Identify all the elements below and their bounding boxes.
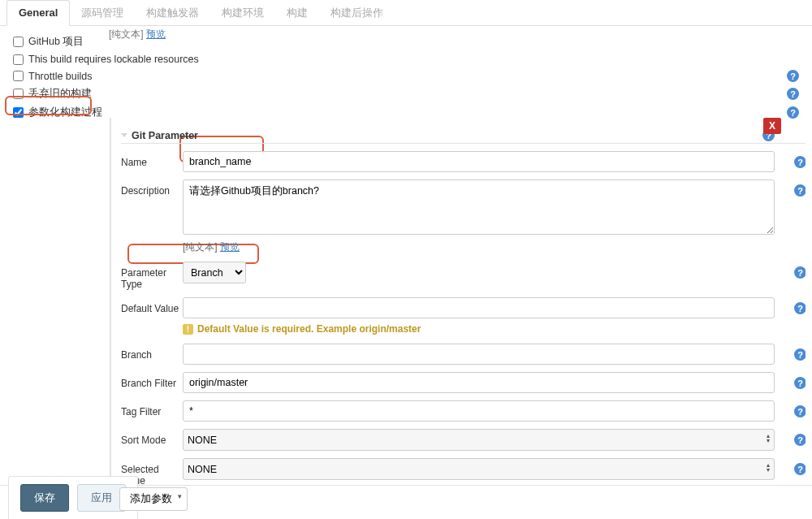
config-tabs: General 源码管理 构建触发器 构建环境 构建 构建后操作 (0, 0, 812, 26)
parameter-panel: X Git Parameter ? Name ? Description 请选择… (110, 118, 806, 485)
tag-filter-label: Tag Filter (121, 400, 183, 417)
help-icon[interactable]: ? (794, 405, 806, 417)
tag-filter-input[interactable] (183, 400, 775, 422)
paramtype-label: Parameter Type (121, 262, 183, 290)
validation-message: ! Default Value is required. Example ori… (183, 323, 775, 335)
row-branch-filter: Branch Filter ? (121, 372, 806, 393)
preview-link[interactable]: 预览 (220, 241, 240, 253)
paramtype-select[interactable]: Branch (183, 262, 246, 283)
tab-env[interactable]: 构建环境 (210, 0, 275, 25)
sort-mode-label: Sort Mode (121, 429, 183, 446)
row-branch: Branch ? (121, 344, 806, 365)
default-value-input[interactable] (183, 297, 775, 318)
opt-throttle-checkbox[interactable] (13, 71, 24, 81)
opt-throttle[interactable]: Throttle builds ? (8, 67, 804, 84)
help-icon[interactable]: ? (794, 156, 806, 168)
help-icon[interactable]: ? (794, 184, 806, 197)
opt-label: Throttle builds (28, 71, 93, 82)
row-description: Description 请选择Github项目的branch? [纯文本] 预览… (121, 179, 806, 254)
description-input[interactable]: 请选择Github项目的branch? (183, 179, 775, 235)
opt-label: 丢弃旧的构建 (28, 87, 92, 101)
chevron-down-icon (121, 133, 127, 137)
section-header[interactable]: Git Parameter ? (121, 129, 806, 144)
branch-input[interactable] (183, 344, 775, 365)
row-tag-filter: Tag Filter ? (121, 400, 806, 422)
description-label: Description (121, 179, 183, 197)
tab-scm[interactable]: 源码管理 (70, 0, 135, 25)
row-default-value: Default Value ! Default Value is require… (121, 297, 806, 336)
opt-lockable-checkbox[interactable] (13, 54, 24, 65)
row-selected-value: Selected Value NONE ? (121, 458, 806, 485)
footer-button-group: 保存 应用 (8, 476, 138, 519)
add-parameter-button[interactable]: 添加参数 (119, 487, 188, 511)
close-icon[interactable]: X (763, 118, 781, 134)
help-icon[interactable]: ? (787, 106, 799, 119)
opt-github-project[interactable]: GitHub 项目 (8, 32, 804, 51)
help-icon[interactable]: ? (794, 463, 806, 475)
help-icon[interactable]: ? (794, 302, 806, 314)
selected-value-select[interactable]: NONE (183, 458, 775, 480)
opt-github-checkbox[interactable] (13, 37, 24, 47)
tab-build[interactable]: 构建 (275, 0, 319, 25)
add-parameter-wrap: 添加参数 (119, 487, 188, 511)
help-icon[interactable]: ? (787, 88, 799, 100)
sort-mode-select[interactable]: NONE (183, 429, 775, 451)
help-icon[interactable]: ? (794, 348, 806, 361)
section-title: Git Parameter (132, 130, 198, 141)
opt-label: GitHub 项目 (28, 35, 84, 49)
desc-sub-prefix: [纯文本] (183, 241, 220, 253)
tab-general[interactable]: General (6, 0, 70, 26)
job-options: GitHub 项目 This build requires lockable r… (8, 32, 804, 122)
branch-label: Branch (121, 344, 183, 361)
opt-parameterized-checkbox[interactable] (13, 107, 24, 118)
tab-triggers[interactable]: 构建触发器 (135, 0, 210, 25)
opt-label: This build requires lockable resources (28, 54, 199, 65)
branch-filter-input[interactable] (183, 372, 775, 393)
name-input[interactable] (183, 151, 775, 172)
tab-postbuild[interactable]: 构建后操作 (319, 0, 395, 25)
default-label: Default Value (121, 297, 183, 314)
row-sort-mode: Sort Mode NONE ? (121, 429, 806, 451)
opt-discard-checkbox[interactable] (13, 89, 24, 99)
help-icon[interactable]: ? (794, 434, 806, 446)
warning-icon: ! (183, 324, 193, 335)
help-icon[interactable]: ? (794, 266, 806, 279)
opt-label: 参数化构建过程 (28, 106, 102, 119)
validation-text: Default Value is required. Example origi… (197, 323, 421, 335)
branch-filter-label: Branch Filter (121, 372, 183, 389)
row-parameter-type: Parameter Type Branch ? (121, 262, 806, 290)
description-subtext: [纯文本] 预览 (183, 240, 775, 254)
opt-lockable[interactable]: This build requires lockable resources (8, 51, 804, 67)
help-icon[interactable]: ? (794, 377, 806, 389)
save-button[interactable]: 保存 (20, 484, 69, 512)
name-label: Name (121, 151, 183, 168)
row-name: Name ? (121, 151, 806, 172)
opt-discard-old[interactable]: 丢弃旧的构建 ? (8, 84, 804, 103)
help-icon[interactable]: ? (787, 70, 799, 82)
apply-button[interactable]: 应用 (77, 484, 126, 512)
